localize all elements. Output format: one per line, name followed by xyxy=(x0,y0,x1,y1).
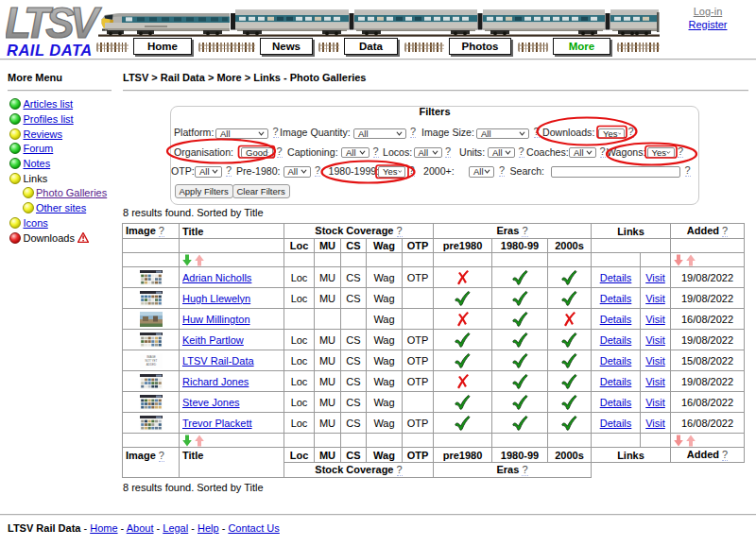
svg-text:ADDED: ADDED xyxy=(146,363,156,367)
svg-text:LTSV: LTSV xyxy=(6,3,102,43)
